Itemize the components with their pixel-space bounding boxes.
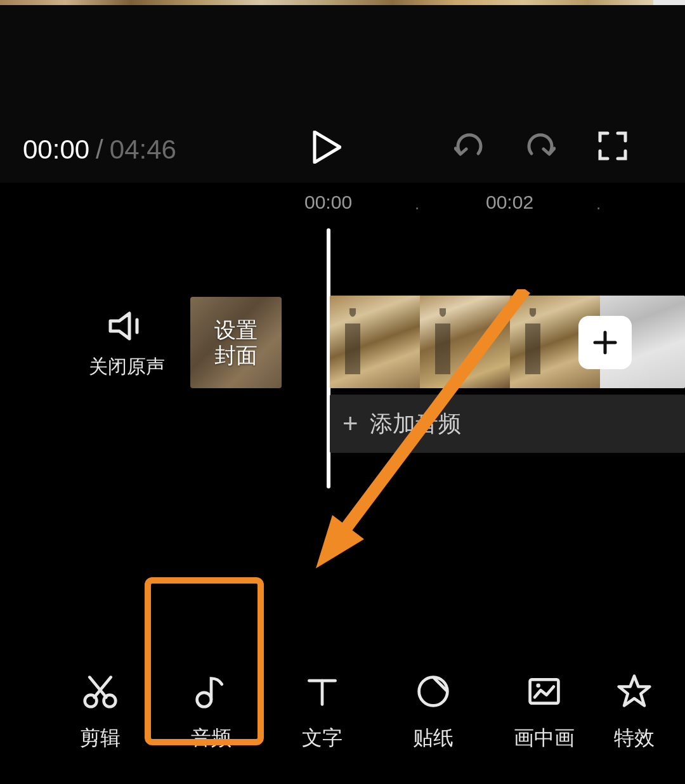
set-cover-label: 设置 封面 xyxy=(214,317,258,368)
ruler-dot: · xyxy=(415,198,419,218)
bottom-toolbar: 剪辑 音频 文字 贴纸 xyxy=(0,657,685,752)
tool-audio-label: 音频 xyxy=(191,724,232,752)
redo-icon xyxy=(525,131,556,161)
clip-thumbnail xyxy=(420,296,510,388)
redo-button[interactable] xyxy=(525,131,556,161)
tool-text-label: 文字 xyxy=(302,724,342,752)
add-audio-label: 添加音频 xyxy=(370,408,461,440)
preview-top-band xyxy=(0,0,653,5)
svg-marker-5 xyxy=(316,515,364,568)
time-separator: / xyxy=(96,134,103,165)
video-clip-track[interactable] xyxy=(330,296,685,388)
play-icon xyxy=(312,131,341,164)
fullscreen-button[interactable] xyxy=(597,131,628,161)
svg-point-15 xyxy=(536,683,540,688)
tool-edit[interactable]: 剪辑 xyxy=(44,657,155,752)
scissors-icon xyxy=(81,672,119,710)
undo-icon xyxy=(454,131,485,161)
current-time: 00:00 xyxy=(23,134,89,165)
plus-icon xyxy=(592,330,618,355)
tool-edit-label: 剪辑 xyxy=(80,724,121,752)
add-clip-button[interactable] xyxy=(578,316,632,369)
sticker-icon xyxy=(414,672,452,710)
tool-sticker-label: 贴纸 xyxy=(413,724,453,752)
svg-marker-0 xyxy=(315,132,340,162)
tool-pip[interactable]: 画中画 xyxy=(488,657,599,752)
timeline-ruler[interactable]: 00:00 · 00:02 · xyxy=(0,190,685,216)
speaker-icon xyxy=(108,311,146,341)
music-note-icon xyxy=(192,672,230,710)
mute-original-button[interactable]: 关闭原声 xyxy=(89,311,165,380)
tool-effect-label: 特效 xyxy=(614,724,655,752)
tool-text[interactable]: 文字 xyxy=(266,657,377,752)
ruler-dot: · xyxy=(596,198,601,218)
ruler-tick-0: 00:00 xyxy=(304,192,352,213)
mute-original-label: 关闭原声 xyxy=(89,354,165,380)
fullscreen-icon xyxy=(597,131,628,161)
tool-audio[interactable]: 音频 xyxy=(155,657,266,752)
total-time: 04:46 xyxy=(110,134,176,165)
tool-effect[interactable]: 特效 xyxy=(599,657,669,752)
time-display: 00:00 / 04:46 xyxy=(23,134,176,165)
tool-sticker[interactable]: 贴纸 xyxy=(377,657,488,752)
play-button[interactable] xyxy=(312,131,341,164)
set-cover-button[interactable]: 设置 封面 xyxy=(190,297,282,388)
picture-in-picture-icon xyxy=(525,672,563,710)
clip-thumbnail xyxy=(330,296,420,388)
player-controls: 00:00 / 04:46 xyxy=(0,127,685,171)
text-icon xyxy=(303,672,341,710)
tool-pip-label: 画中画 xyxy=(514,724,575,752)
undo-button[interactable] xyxy=(454,131,485,161)
star-icon xyxy=(615,672,653,710)
plus-icon: + xyxy=(342,408,358,439)
ruler-tick-1: 00:02 xyxy=(486,192,533,213)
preview-top-band-edge xyxy=(653,0,685,5)
svg-marker-16 xyxy=(619,676,650,706)
svg-point-10 xyxy=(197,693,211,707)
add-audio-track-button[interactable]: + 添加音频 xyxy=(330,395,685,453)
